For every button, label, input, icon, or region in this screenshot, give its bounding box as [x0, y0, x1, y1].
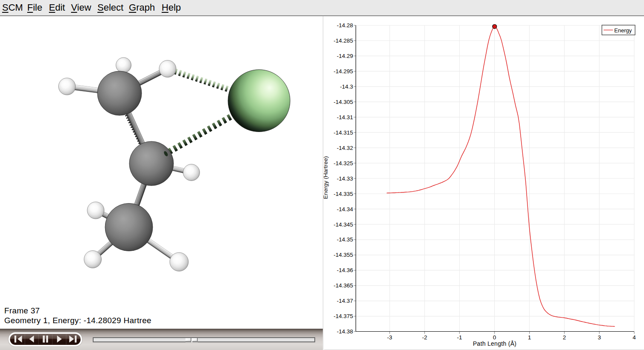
svg-text:-14.29: -14.29: [337, 53, 353, 59]
svg-text:-14.355: -14.355: [333, 252, 353, 258]
svg-text:3: 3: [598, 334, 601, 341]
svg-text:-14.34: -14.34: [337, 206, 353, 212]
svg-text:1: 1: [528, 334, 531, 341]
svg-text:-14.31: -14.31: [337, 114, 353, 120]
svg-text:4: 4: [633, 334, 636, 341]
svg-text:-14.3: -14.3: [340, 83, 353, 90]
svg-text:2: 2: [563, 334, 566, 341]
svg-text:Path Length (Å): Path Length (Å): [473, 340, 517, 347]
svg-text:-2: -2: [422, 334, 427, 341]
svg-text:-14.325: -14.325: [333, 160, 353, 166]
svg-text:-14.315: -14.315: [333, 129, 353, 136]
svg-text:-14.37: -14.37: [337, 298, 353, 304]
svg-text:-14.32: -14.32: [337, 145, 353, 151]
svg-text:-3: -3: [387, 334, 392, 341]
svg-text:-14.365: -14.365: [333, 282, 353, 289]
svg-text:Energy: Energy: [614, 27, 632, 34]
svg-text:-14.345: -14.345: [333, 221, 353, 228]
svg-text:Energy (Hartree): Energy (Hartree): [322, 156, 329, 199]
svg-text:-14.33: -14.33: [337, 175, 353, 182]
svg-text:-14.28: -14.28: [337, 22, 353, 29]
svg-text:-14.38: -14.38: [337, 328, 353, 335]
svg-text:-14.305: -14.305: [333, 99, 353, 105]
svg-text:0: 0: [493, 334, 496, 341]
svg-text:-14.295: -14.295: [333, 68, 353, 75]
svg-text:-14.36: -14.36: [337, 267, 353, 273]
svg-text:-14.335: -14.335: [333, 191, 353, 197]
svg-text:-14.35: -14.35: [337, 236, 353, 243]
svg-text:-14.375: -14.375: [333, 313, 353, 319]
svg-text:-14.285: -14.285: [333, 37, 353, 44]
svg-text:-1: -1: [457, 334, 462, 341]
